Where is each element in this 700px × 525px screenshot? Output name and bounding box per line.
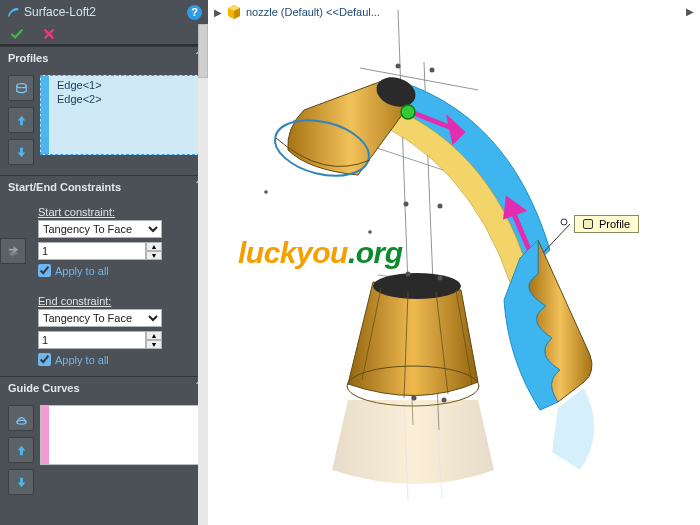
callout-label: Profile: [599, 218, 630, 230]
section-constraints-title: Start/End Constraints: [8, 181, 121, 193]
end-magnitude-input[interactable]: [38, 331, 146, 349]
end-constraint-select[interactable]: Tangency To Face: [38, 309, 162, 327]
start-constraint-select[interactable]: Tangency To Face: [38, 220, 162, 238]
section-guide-header[interactable]: Guide Curves ˆ: [0, 376, 208, 399]
svg-point-31: [412, 396, 417, 401]
section-profiles-title: Profiles: [8, 52, 48, 64]
cancel-icon[interactable]: [42, 27, 56, 41]
svg-point-32: [442, 398, 447, 403]
section-guide-body: [0, 399, 208, 505]
property-manager-panel: Surface-Loft2 ? Profiles ˆ: [0, 0, 208, 525]
svg-point-16: [561, 219, 567, 225]
svg-point-29: [406, 272, 411, 277]
graphics-viewport[interactable]: ▶ nozzle (Default) <<Defaul... ▶: [208, 0, 700, 525]
svg-point-28: [404, 202, 409, 207]
start-apply-all-label: Apply to all: [55, 265, 109, 277]
panel-scrollbar[interactable]: [198, 24, 208, 525]
svg-point-13: [401, 105, 415, 119]
svg-point-25: [396, 64, 401, 69]
svg-point-33: [368, 230, 372, 234]
section-guide-title: Guide Curves: [8, 382, 80, 394]
profile-item[interactable]: Edge<2>: [57, 92, 195, 106]
profiles-list[interactable]: Edge<1> Edge<2>: [40, 75, 200, 155]
spin-down-button[interactable]: ▼: [146, 340, 162, 349]
guide-stripe: [41, 406, 49, 464]
accept-bar: [0, 24, 208, 44]
guide-list[interactable]: [40, 405, 200, 465]
flip-end-button[interactable]: [0, 238, 26, 264]
svg-point-30: [438, 276, 443, 281]
spin-up-button[interactable]: ▲: [146, 242, 162, 251]
svg-point-27: [438, 204, 443, 209]
move-down-button[interactable]: [8, 139, 34, 165]
svg-point-1: [16, 420, 25, 424]
end-apply-all-checkbox[interactable]: [38, 353, 51, 366]
end-constraint-label: End constraint:: [38, 295, 200, 307]
svg-point-26: [430, 68, 435, 73]
start-apply-all-checkbox[interactable]: [38, 264, 51, 277]
spin-down-button[interactable]: ▼: [146, 251, 162, 260]
end-constraint-block: End constraint: Tangency To Face ▲ ▼ A: [0, 287, 208, 376]
svg-point-0: [16, 83, 25, 87]
guide-move-up-button[interactable]: [8, 437, 34, 463]
profiles-icon[interactable]: [8, 75, 34, 101]
section-constraints-header[interactable]: Start/End Constraints ˆ: [0, 175, 208, 198]
watermark: luckyou.org: [238, 236, 403, 270]
start-constraint-block: Start constraint: Tangency To Face ▲ ▼: [0, 198, 208, 287]
ok-icon[interactable]: [10, 27, 24, 41]
section-profiles-header[interactable]: Profiles ˆ: [0, 46, 208, 69]
help-icon[interactable]: ?: [187, 5, 202, 20]
surface-loft-icon: [6, 5, 20, 19]
guide-icon[interactable]: [8, 405, 34, 431]
spin-up-button[interactable]: ▲: [146, 331, 162, 340]
selection-stripe: [41, 76, 49, 154]
feature-name: Surface-Loft2: [24, 5, 96, 19]
end-apply-all-label: Apply to all: [55, 354, 109, 366]
svg-point-34: [264, 190, 268, 194]
svg-point-17: [373, 273, 461, 299]
panel-header: Surface-Loft2 ?: [0, 0, 208, 24]
profile-callout[interactable]: Profile: [574, 215, 639, 233]
move-up-button[interactable]: [8, 107, 34, 133]
section-profiles-body: Edge<1> Edge<2>: [0, 69, 208, 175]
profile-item[interactable]: Edge<1>: [57, 78, 195, 92]
callout-handle-icon: [583, 219, 593, 229]
start-magnitude-input[interactable]: [38, 242, 146, 260]
scroll-thumb[interactable]: [198, 24, 208, 78]
start-constraint-label: Start constraint:: [38, 206, 200, 218]
guide-move-down-button[interactable]: [8, 469, 34, 495]
